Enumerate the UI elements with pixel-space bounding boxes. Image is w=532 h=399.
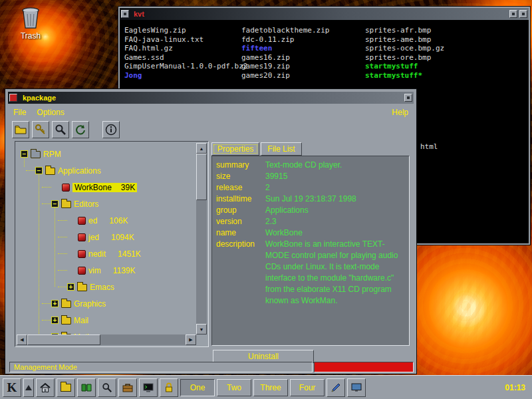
tree-vertical-scrollbar[interactable]: ▲ ▼	[196, 143, 207, 334]
file-name: Games.ssd	[124, 53, 241, 63]
paint-tool-button[interactable]	[327, 378, 345, 397]
property-row: group Applications	[216, 205, 409, 216]
property-key: name	[216, 227, 265, 239]
home-icon	[39, 382, 51, 393]
minimize-button[interactable]	[509, 10, 517, 18]
find-package-button[interactable]	[32, 121, 49, 138]
terminal-icon	[143, 383, 154, 392]
lock-screen-button[interactable]	[160, 378, 178, 397]
folder-icon	[61, 384, 71, 392]
properties-panel: summary Text-mode CD player. size 39915 …	[211, 156, 410, 346]
progress-bar	[314, 362, 414, 372]
file-name: sprites-ame.bmp	[365, 35, 527, 45]
property-row: installtime Sun Jul 19 23:18:37 1998	[216, 194, 409, 205]
file-name: games16.zip	[241, 53, 365, 63]
trash-icon[interactable]: Trash	[11, 7, 51, 41]
directory-name: Jong	[124, 71, 241, 80]
tree-horizontal-scrollbar[interactable]: ◀ ▶	[17, 334, 196, 345]
tree-item-graphics[interactable]: Graphics	[17, 295, 196, 312]
package-icon	[78, 267, 86, 275]
help-button[interactable]	[77, 378, 96, 397]
tree-item-label: RPM	[43, 150, 61, 159]
maximize-button[interactable]	[519, 10, 527, 18]
tree-item-jed[interactable]: jed 1094K	[17, 229, 196, 245]
find-file-button[interactable]	[52, 121, 69, 138]
workspace-four-button[interactable]: Four	[290, 379, 325, 396]
expand-icon[interactable]	[51, 317, 59, 324]
scroll-left-arrow[interactable]: ◀	[17, 334, 27, 345]
property-value: 2	[265, 182, 270, 194]
display-settings-button[interactable]	[347, 378, 366, 397]
terminal-button[interactable]	[139, 378, 158, 397]
tree-item-rpm[interactable]: RPM	[17, 146, 196, 162]
scroll-right-arrow[interactable]: ▶	[186, 334, 196, 345]
tree-item-label: Emacs	[90, 283, 114, 292]
taskbar: One Two Three Four 01:13	[0, 375, 532, 399]
package-icon	[78, 233, 86, 241]
trash-can-glyph	[21, 7, 41, 29]
tree-item-mail[interactable]: Mail	[17, 312, 196, 329]
tree-item-math[interactable]: Math	[17, 329, 196, 334]
window-menu-button[interactable]	[9, 94, 17, 102]
find-button[interactable]	[98, 378, 116, 397]
scroll-up-arrow[interactable]: ▲	[196, 143, 207, 154]
package-icon	[62, 184, 70, 192]
file-name: EaglesWing.zip	[124, 26, 241, 35]
maximize-button[interactable]	[404, 94, 412, 102]
k-logo-icon	[7, 380, 17, 395]
tree-item-vim[interactable]: vim 1139K	[17, 262, 196, 279]
expand-icon[interactable]	[67, 283, 74, 291]
toolbox-icon	[122, 383, 133, 392]
tree-item-label: Mail	[74, 316, 88, 325]
file-name: sprites-ore.bmp	[365, 53, 527, 63]
tree-item-label: ed	[88, 216, 97, 225]
kpackage-titlebar[interactable]: kpackage	[8, 92, 414, 104]
pen-icon	[331, 382, 341, 393]
collapse-icon[interactable]	[35, 167, 43, 174]
info-button[interactable]	[102, 121, 120, 138]
tree-item-workbone[interactable]: WorkBone 39K	[17, 179, 196, 196]
workspace-label: Two	[227, 383, 241, 392]
open-folder-button[interactable]	[12, 121, 29, 138]
workspace-two-button[interactable]: Two	[217, 379, 251, 396]
expand-icon[interactable]	[51, 300, 59, 307]
tree-item-label: WorkBone	[74, 183, 112, 192]
tree-item-emacs[interactable]: Emacs	[17, 279, 196, 295]
window-menu-button[interactable]	[121, 10, 129, 18]
tree-item-label: Graphics	[74, 299, 106, 309]
workspace-label: Three	[260, 383, 281, 392]
tab-file-list[interactable]: File List	[261, 142, 302, 156]
folder-icon	[61, 301, 71, 308]
k-menu-button[interactable]	[3, 378, 21, 397]
scroll-down-arrow[interactable]: ▼	[196, 324, 207, 334]
uninstall-button[interactable]: Uninstall	[213, 350, 314, 363]
selected-highlight: WorkBone 39K	[72, 183, 137, 192]
menu-options[interactable]: Options	[31, 106, 69, 118]
toolbox-button[interactable]	[118, 378, 137, 397]
tree-item-ed[interactable]: ed 106K	[17, 212, 196, 229]
workspace-three-button[interactable]: Three	[253, 379, 288, 396]
tab-properties[interactable]: Properties	[211, 142, 259, 156]
home-button[interactable]	[36, 378, 55, 397]
file-name: FAQ.html.gz	[124, 44, 241, 53]
minimize-icon	[512, 13, 515, 15]
reload-button[interactable]	[72, 121, 89, 138]
file-name: games20.zip	[241, 71, 365, 80]
collapse-icon[interactable]	[21, 150, 28, 158]
menu-file[interactable]: File	[8, 106, 31, 118]
tree-item-nedit[interactable]: nedit 1451K	[17, 245, 196, 262]
tree-item-editors[interactable]: Editors	[17, 196, 196, 212]
property-row: release 2	[216, 182, 409, 194]
property-value: 39915	[265, 171, 287, 182]
workspace-label: One	[190, 383, 205, 392]
file-manager-button[interactable]	[57, 378, 75, 397]
kvt-titlebar[interactable]: kvt	[120, 8, 529, 20]
scrollbar-thumb[interactable]	[196, 154, 207, 200]
property-value: Text-mode CD player.	[265, 160, 342, 171]
tree-item-applications[interactable]: Applications	[17, 162, 196, 179]
window-list-button[interactable]	[23, 378, 34, 397]
collapse-icon[interactable]	[51, 200, 59, 207]
menu-help[interactable]: Help	[386, 106, 414, 118]
workspace-one-button[interactable]: One	[180, 379, 215, 396]
scrollbar-thumb[interactable]	[27, 334, 100, 345]
